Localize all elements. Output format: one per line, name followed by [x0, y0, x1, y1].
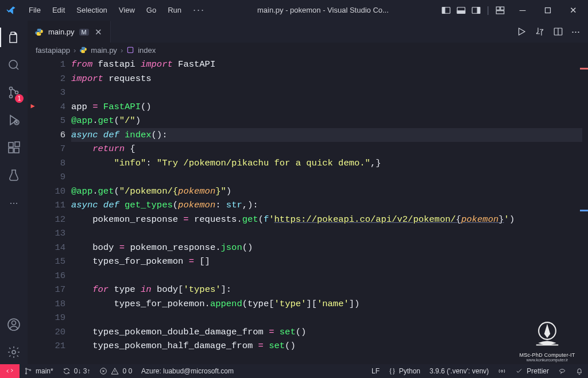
svg-point-26 — [29, 369, 30, 371]
code-line[interactable]: pokemon_response = requests.get(f'https:… — [71, 213, 582, 227]
svg-rect-9 — [546, 7, 551, 13]
status-sync[interactable]: 0↓ 3↑ — [58, 364, 95, 378]
svg-rect-16 — [9, 148, 13, 153]
customize-layout-icon[interactable] — [495, 5, 505, 16]
scm-badge: 1 — [15, 94, 24, 103]
code-line[interactable] — [71, 226, 582, 241]
run-icon[interactable] — [516, 26, 527, 37]
menu-file[interactable]: File — [23, 3, 47, 17]
svg-point-25 — [25, 373, 26, 374]
chevron-right-icon: › — [121, 46, 123, 55]
status-golive[interactable] — [493, 364, 510, 378]
problem-counts: 0 0 — [122, 367, 132, 375]
code-line[interactable] — [71, 86, 582, 100]
diff-icon[interactable] — [535, 26, 545, 37]
svg-rect-15 — [9, 142, 13, 147]
menu-edit[interactable]: Edit — [47, 3, 71, 17]
svg-point-10 — [9, 60, 17, 68]
settings-activity-button[interactable] — [0, 340, 28, 364]
status-interpreter[interactable]: 3.9.6 ('.venv': venv) — [425, 364, 493, 378]
code-line[interactable]: return { — [71, 142, 582, 156]
status-azure[interactable]: Azure: luabud@microsoft.com — [137, 364, 238, 378]
tab-row: main.py M ✕ ··· — [28, 21, 588, 43]
svg-rect-18 — [15, 142, 20, 146]
tab-filename: main.py — [48, 28, 75, 36]
code-line[interactable]: types_for_pokemon.append(type['type']['n… — [71, 297, 582, 311]
run-debug-activity-button[interactable] — [0, 108, 28, 132]
svg-rect-23 — [128, 47, 133, 52]
code-line[interactable]: for type in body['types']: — [71, 283, 582, 297]
code-line[interactable]: types_pokemon_half_damage_from = set() — [71, 339, 582, 353]
status-feedback[interactable] — [554, 364, 571, 378]
menu-overflow-icon[interactable]: ··· — [189, 4, 208, 16]
status-prettier[interactable]: Prettier — [510, 364, 554, 378]
editor-more-icon[interactable]: ··· — [571, 26, 580, 38]
code-line[interactable]: async def index(): — [71, 128, 582, 142]
extensions-activity-button[interactable] — [0, 136, 28, 160]
code-line[interactable]: import requests — [71, 72, 582, 86]
breadcrumb[interactable]: fastapiapp › main.py › index — [28, 43, 588, 57]
window-title: main.py - pokemon - Visual Studio Co... — [211, 6, 435, 14]
breadcrumb-folder[interactable]: fastapiapp — [36, 46, 70, 55]
code-line[interactable]: from fastapi import FastAPI — [71, 57, 582, 72]
code-line[interactable]: @app.get("/pokemon/{pokemon}") — [71, 184, 582, 199]
code-line[interactable]: async def get_types(pokemon: str,): — [71, 198, 582, 213]
code-line[interactable]: types_for_pokemon = [] — [71, 254, 582, 269]
code-line[interactable]: body = pokemon_response.json() — [71, 241, 582, 255]
svg-rect-7 — [501, 7, 504, 10]
menu-view[interactable]: View — [113, 3, 141, 17]
status-language[interactable]: {} Python — [384, 364, 425, 378]
python-file-icon — [79, 46, 87, 54]
code-line[interactable] — [71, 170, 582, 184]
status-bell[interactable] — [571, 364, 588, 378]
layout-icons: | — [438, 5, 509, 16]
split-editor-icon[interactable] — [553, 26, 563, 37]
svg-rect-6 — [496, 7, 500, 10]
explorer-activity-button[interactable] — [0, 25, 28, 49]
window-minimize-button[interactable]: ─ — [511, 5, 534, 16]
window-close-button[interactable]: ✕ — [562, 5, 585, 16]
svg-rect-8 — [496, 10, 504, 13]
status-bar: main* 0↓ 3↑ 0 0 Azure: luabud@microsoft.… — [0, 364, 588, 378]
code-line[interactable] — [71, 311, 582, 325]
minimap[interactable] — [578, 57, 588, 364]
code-line[interactable]: app = FastAPI() — [71, 100, 582, 114]
symbol-function-icon — [126, 46, 134, 54]
svg-point-21 — [12, 350, 16, 354]
menu-selection[interactable]: Selection — [71, 3, 113, 17]
status-branch[interactable]: main* — [20, 364, 58, 378]
activity-bar: 1 ··· — [0, 21, 28, 364]
svg-point-28 — [501, 370, 504, 372]
tab-close-button[interactable]: ✕ — [94, 27, 103, 37]
editor-area: main.py M ✕ ··· fastapiapp › main.py › i… — [28, 21, 588, 364]
svg-rect-5 — [477, 7, 480, 13]
sync-counts: 0↓ 3↑ — [74, 367, 91, 375]
code-editor[interactable]: ▶ 123456789101112131415161718192021 from… — [28, 57, 588, 364]
code-line[interactable]: types_pokemon_double_damage_from = set() — [71, 325, 582, 340]
search-activity-button[interactable] — [0, 53, 28, 77]
svg-point-12 — [10, 95, 13, 98]
scm-activity-button[interactable]: 1 — [0, 80, 28, 105]
account-activity-button[interactable] — [0, 313, 28, 337]
vscode-logo-icon — [6, 5, 16, 16]
breadcrumb-symbol[interactable]: index — [138, 46, 156, 55]
code-line[interactable]: "info": "Try /pokemon/pikachu for a quic… — [71, 156, 582, 171]
tab-main-py[interactable]: main.py M ✕ — [28, 21, 111, 43]
testing-activity-button[interactable] — [0, 163, 28, 187]
menu-go[interactable]: Go — [141, 3, 162, 17]
python-file-icon — [34, 28, 44, 37]
code-line[interactable]: @app.get("/") — [71, 114, 582, 128]
more-activity-button[interactable]: ··· — [0, 191, 28, 215]
panel-right-icon[interactable] — [471, 5, 481, 16]
status-problems[interactable]: 0 0 — [95, 364, 137, 378]
window-maximize-button[interactable] — [536, 5, 559, 16]
tab-modified-indicator: M — [79, 29, 89, 36]
breadcrumb-file[interactable]: main.py — [91, 46, 117, 55]
code-line[interactable] — [71, 269, 582, 283]
branch-name: main* — [36, 367, 53, 375]
panel-bottom-icon[interactable] — [456, 5, 466, 16]
status-encoding[interactable]: LF — [367, 364, 384, 378]
remote-indicator[interactable] — [0, 364, 20, 378]
panel-left-icon[interactable] — [441, 5, 451, 16]
menu-run[interactable]: Run — [162, 3, 187, 17]
